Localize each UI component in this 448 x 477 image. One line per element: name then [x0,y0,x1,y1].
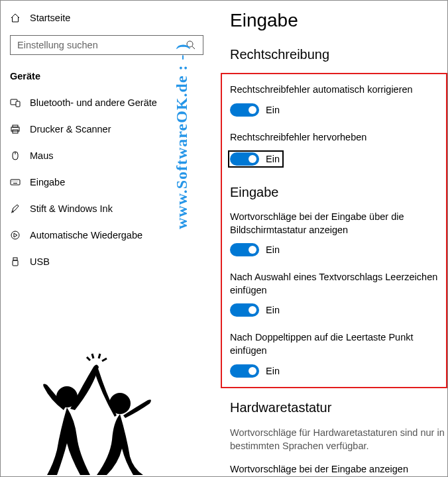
content-panel: Eingabe Rechtschreibung Rechtschreibfehl… [213,1,447,476]
sidebar-item-usb[interactable]: USB [1,248,213,275]
home-icon [10,13,21,23]
setting-label: Rechtschreibfehler hervorheben [230,131,445,144]
svg-rect-17 [13,258,17,260]
toggle-state: Ein [266,105,280,115]
keyboard-icon [10,177,21,187]
settings-sidebar: Startseite Einstellung suchen Geräte Blu… [1,1,213,476]
highlight-toggle[interactable] [230,152,259,166]
mouse-icon [10,150,21,161]
hwkb-heading: Hardwaretastatur [230,400,447,415]
svg-rect-5 [13,125,18,127]
toggle-state: Ein [266,305,280,315]
sidebar-item-label: Bluetooth- und andere Geräte [30,97,157,108]
svg-rect-9 [11,180,20,185]
toggle-state: Ein [266,244,280,255]
sidebar-item-label: Stift & Windows Ink [30,203,113,214]
nav-home[interactable]: Startseite [1,6,213,30]
sidebar-item-pen[interactable]: Stift & Windows Ink [1,195,213,222]
space-after-toggle[interactable] [230,303,259,317]
sidebar-item-printers[interactable]: Drucker & Scanner [1,116,213,142]
autocorrect-toggle[interactable] [230,103,259,117]
setting-label: Rechtschreibfehler automatisch korrigier… [230,83,445,97]
pen-icon [10,203,21,214]
setting-double-tap: Nach Doppeltippen auf die Leertaste Punk… [230,331,445,377]
sidebar-item-autoplay[interactable]: Automatische Wiedergabe [1,222,213,248]
setting-label: Wortvorschläge bei der Eingabe über die … [230,211,445,237]
svg-rect-18 [13,260,18,266]
search-icon [186,40,196,50]
svg-rect-3 [16,101,20,107]
setting-highlight: Rechtschreibfehler hervorheben Ein [230,131,445,168]
svg-point-0 [187,41,193,47]
typing-heading: Eingabe [230,185,445,200]
spelling-heading: Rechtschreibung [230,47,447,62]
double-tap-toggle[interactable] [230,364,259,378]
toggle-state: Ein [266,366,280,376]
toggle-state: Ein [266,154,280,164]
suggestions-toggle[interactable] [230,243,259,256]
sidebar-item-label: Maus [30,150,53,161]
svg-point-16 [11,231,19,239]
sidebar-item-label: Automatische Wiedergabe [30,230,142,240]
hwkb-note: Wortvorschläge für Hardwaretastaturen si… [230,426,447,453]
search-input[interactable]: Einstellung suchen [10,35,203,55]
sidebar-item-typing[interactable]: Eingabe [1,169,213,195]
page-title: Eingabe [230,10,447,31]
setting-suggestions: Wortvorschläge bei der Eingabe über die … [230,211,445,256]
sidebar-item-bluetooth[interactable]: Bluetooth- und andere Geräte [1,89,213,116]
devices-icon [10,97,21,108]
sidebar-item-mouse[interactable]: Maus [1,142,213,169]
sidebar-section-title: Geräte [1,67,213,89]
sidebar-item-label: USB [30,256,50,267]
setting-autocorrect: Rechtschreibfehler automatisch korrigier… [230,83,445,117]
setting-space-after: Nach Auswahl eines Textvorschlags Leerze… [230,271,445,317]
sidebar-item-label: Drucker & Scanner [30,124,111,134]
sidebar-item-label: Eingabe [30,177,65,187]
search-placeholder: Einstellung suchen [17,40,98,50]
setting-label: Nach Doppeltippen auf die Leertaste Punk… [230,331,445,357]
printer-icon [10,124,21,134]
usb-icon [10,256,21,267]
highlight-box: Rechtschreibfehler automatisch korrigier… [221,73,447,388]
setting-label: Wortvorschläge bei der Eingabe anzeigen [230,463,447,476]
svg-line-1 [192,46,195,49]
nav-home-label: Startseite [30,13,70,23]
setting-label: Nach Auswahl eines Textvorschlags Leerze… [230,271,445,297]
setting-hwkb-suggestions: Wortvorschläge bei der Eingabe anzeigen … [230,463,447,476]
autoplay-icon [10,230,21,240]
